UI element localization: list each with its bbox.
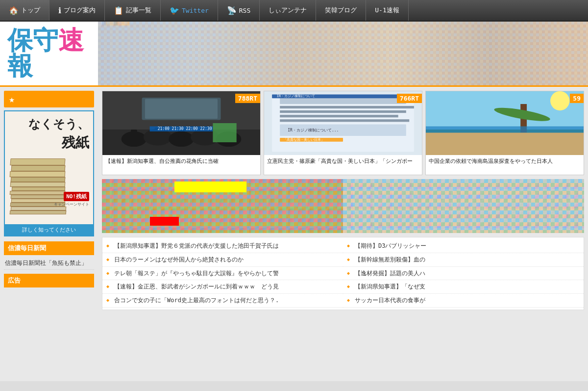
news-item-6[interactable]: ◆ 【速報】金正恩、影武者がシンガポールに到着ｗｗｗ どう見 (102, 280, 343, 294)
bullet-3: ◆ (347, 257, 353, 262)
nav-blog[interactable]: ℹ ブログ案内 (49, 0, 105, 21)
news-item-1[interactable]: ◆ 【期待】D3パブリッシャー (343, 239, 584, 253)
svg-text:IR・カジノ棟制について...: IR・カジノ棟制について... (288, 128, 339, 132)
second-banner-left (102, 179, 343, 233)
sidebar-section-shinano: 信濃毎日新聞 (4, 241, 94, 255)
site-logo: 保守速報 (0, 22, 98, 85)
news-item-0[interactable]: ◆ 【新潟県知事選】野党６党派の代表が支援した池田千賀子氏は (102, 239, 343, 253)
nav-antenna[interactable]: しぃアンテナ (260, 0, 316, 21)
nav-top[interactable]: 🏠 トップ (0, 0, 49, 21)
rt-badge-3: 59 (570, 94, 584, 103)
article-caption-3: 中国企業の依頼で海南島温泉探査をやってた日本人 (426, 155, 584, 175)
no-zanshi-badge: NO!残紙 (64, 192, 89, 201)
bullet-2: ◆ (106, 257, 112, 262)
news-text-2: 日本のラーメンはなぜ外国人から絶賛されるのか (114, 256, 244, 264)
nav-rss-label: RSS (239, 7, 250, 14)
news-item-9[interactable]: ◆ サッカー日本代表の食事が (343, 294, 584, 308)
bullet-5: ◆ (347, 270, 353, 276)
news-text-0: 【新潟県知事選】野党６党派の代表が支援した池田千賀子氏は (114, 242, 279, 250)
nav-articles-label: 記事一覧 (126, 6, 151, 15)
campaign-site-label: キャンペーンサイト (54, 202, 89, 207)
news-item-4[interactable]: ◆ テレ朝「報ステ」が『やっちゃ駄目な大誤報』をやらかして警 (102, 267, 343, 281)
svg-text:21:00 21:30 22:00 22:30: 21:00 21:30 22:00 22:30 (158, 127, 212, 131)
news-text-5: 【逸材発掘】話題の美人ハ (355, 269, 425, 278)
list-icon: 📋 (114, 6, 123, 15)
svg-rect-4 (98, 22, 588, 85)
ad-button[interactable]: 詳しく知ってください (5, 224, 93, 235)
bullet-6: ◆ (106, 284, 112, 289)
logo-part1: 保守 (7, 26, 58, 54)
sidebar-ad-inner: なくそう、 残紙 NO!残紙 キャンペーンサイト (5, 111, 93, 224)
nav-koranblog[interactable]: 笑韓ブログ (316, 0, 366, 21)
news-item-2[interactable]: ◆ 日本のラーメンはなぜ外国人から絶賛されるのか (102, 253, 343, 267)
sidebar-ad-box[interactable]: なくそう、 残紙 NO!残紙 キャンペーンサイト 詳しく知ってください (4, 110, 94, 236)
logo-text: 保守速報 (7, 28, 91, 79)
svg-rect-24 (280, 106, 414, 108)
svg-rect-12 (131, 130, 137, 137)
rss-icon: 📡 (227, 6, 237, 15)
bullet-0: ◆ (106, 243, 112, 248)
sidebar-section-ads: 広告 (4, 274, 94, 287)
header-banner (98, 22, 588, 85)
article-caption-2: 立憲民主党・篠原豪「高貴な国・美しい日本」「シンガポー (264, 155, 422, 175)
svg-rect-26 (280, 115, 398, 117)
nav-top-label: トップ (21, 6, 40, 15)
news-text-9: サッカー日本代表の食事が (355, 296, 425, 305)
news-item-7[interactable]: ◆ 【新潟県知事選】「なぜ支 (343, 280, 584, 294)
article-card-3[interactable]: 59 中国企業の依頼で海南島温泉探査をやってた日本人 (425, 91, 584, 175)
nav-articles[interactable]: 📋 記事一覧 (105, 0, 161, 21)
red-block (150, 217, 179, 226)
home-icon: 🏠 (9, 6, 19, 15)
svg-rect-27 (280, 119, 409, 122)
article-caption-1: 【速報】新潟知事選、自公推薦の花角氏に当確 (102, 155, 260, 175)
twitter-icon: 🐦 (170, 6, 179, 15)
nav-twitter-label: Twitter (182, 7, 209, 14)
nav-u1[interactable]: U-1速報 (366, 0, 408, 21)
news-text-4: テレ朝「報ステ」が『やっちゃ駄目な大誤報』をやらかして警 (114, 269, 279, 278)
svg-text:IR・カジノ棟制について: IR・カジノ棟制について (277, 94, 315, 98)
sidebar: ★ (0, 87, 98, 381)
news-item-5[interactable]: ◆ 【逸材発掘】話題の美人ハ (343, 267, 584, 281)
yellow-highlight (174, 182, 247, 192)
logo-part2: 速 (58, 26, 84, 54)
svg-rect-25 (280, 110, 406, 113)
main-container: ★ (0, 87, 588, 381)
news-text-1: 【期待】D3パブリッシャー (355, 242, 426, 250)
second-banner-right (343, 179, 584, 233)
header: 保守速報 (0, 22, 588, 87)
nav-koranblog-label: 笑韓ブログ (325, 6, 357, 15)
nav-u1-label: U-1速報 (375, 6, 399, 15)
navigation-bar: 🏠 トップ ℹ ブログ案内 📋 記事一覧 🐦 Twitter 📡 RSS しぃア… (0, 0, 588, 22)
svg-rect-52 (343, 179, 584, 233)
news-list-inner: ◆ 【新潟県知事選】野党６党派の代表が支援した池田千賀子氏は ◆ 【期待】D3パ… (102, 239, 584, 308)
news-text-6: 【速報】金正恩、影武者がシンガポールに到着ｗｗｗ どう見 (114, 283, 279, 291)
news-item-3[interactable]: ◆ 【新幹線無差別殺傷】血の (343, 253, 584, 267)
bullet-7: ◆ (347, 284, 353, 289)
article-card-2[interactable]: IR・カジノ棟制について... 「高貴な国・美しい日本」 IR・カジノ棟制につい… (264, 91, 422, 175)
ad-text-line2: 残紙 (28, 133, 89, 152)
bullet-8: ◆ (106, 297, 112, 303)
rt-badge-1: 788RT (235, 94, 260, 103)
svg-rect-17 (145, 99, 218, 119)
sidebar-star-header: ★ (4, 91, 94, 107)
nav-twitter[interactable]: 🐦 Twitter (161, 0, 218, 21)
news-item-8[interactable]: ◆ 合コンで女の子に「Word史上最高のフォントは何だと思う？. (102, 294, 343, 308)
sidebar-link-shinano[interactable]: 信濃毎日新聞社「魚拓も禁止」 (4, 257, 94, 270)
news-list: ◆ 【新潟県知事選】野党６党派の代表が支援した池田千賀子氏は ◆ 【期待】D3パ… (102, 237, 584, 310)
nav-rss[interactable]: 📡 RSS (218, 0, 260, 21)
bullet-1: ◆ (347, 243, 353, 248)
rt-badge-2: 766RT (397, 94, 422, 103)
svg-rect-41 (426, 133, 584, 156)
article-card-1[interactable]: 21:00 21:30 22:00 22:30 788RT 【速報】新潟知事選、… (102, 91, 261, 175)
article-image-3 (426, 91, 584, 155)
news-text-3: 【新幹線無差別殺傷】血の (355, 256, 425, 264)
news-text-7: 【新潟県知事選】「なぜ支 (355, 283, 425, 291)
top-articles: 21:00 21:30 22:00 22:30 788RT 【速報】新潟知事選、… (102, 91, 584, 175)
news-text-8: 合コンで女の子に「Word史上最高のフォントは何だと思う？. (114, 296, 279, 305)
logo-part3: 報 (7, 52, 33, 80)
star-icon: ★ (9, 93, 15, 105)
info-icon: ℹ (58, 6, 61, 15)
content-area: 21:00 21:30 22:00 22:30 788RT 【速報】新潟知事選、… (98, 87, 588, 381)
second-banner (102, 179, 584, 233)
ad-text-line1: なくそう、 (28, 116, 89, 133)
